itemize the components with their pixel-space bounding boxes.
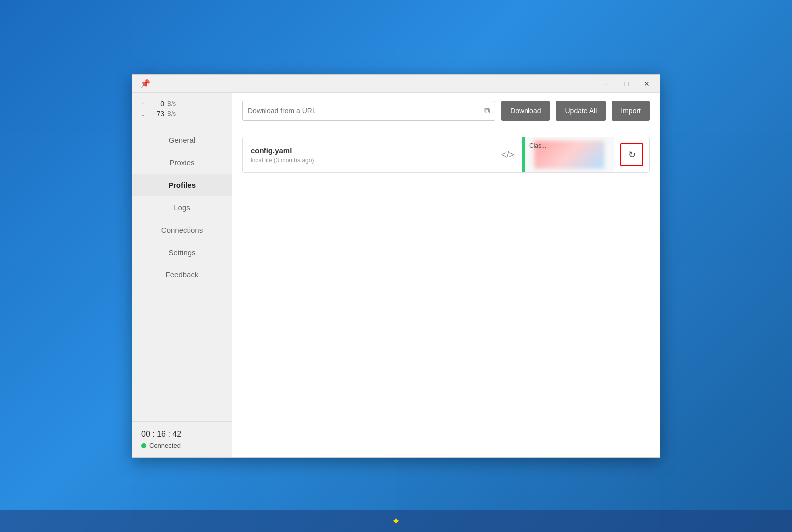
refresh-profile-button[interactable]: ↻: [620, 143, 643, 166]
nav-item-logs[interactable]: Logs: [132, 196, 232, 219]
pin-icon[interactable]: 📌: [136, 79, 150, 88]
download-speed-row: ↓ 73 B/s: [141, 110, 223, 118]
speed-panel: ↑ 0 B/s ↓ 73 B/s: [132, 93, 232, 125]
profile-info: config.yaml local file (3 months ago): [251, 146, 493, 164]
taskbar: ✦: [0, 510, 792, 532]
status-dot-icon: [141, 443, 146, 448]
titlebar: 📌 ─ □ ✕: [132, 75, 660, 93]
profile-card: config.yaml local file (3 months ago) </…: [242, 137, 650, 173]
sidebar-footer: 00 : 16 : 42 Connected: [132, 421, 232, 457]
refresh-btn-area: ↻ 点击更新订阅: [614, 137, 649, 172]
connection-status-label: Connected: [149, 442, 181, 449]
profile-card-left: config.yaml local file (3 months ago) </…: [243, 137, 522, 172]
sidebar: ↑ 0 B/s ↓ 73 B/s General Proxies Profile…: [132, 93, 232, 457]
nav-menu: General Proxies Profiles Logs Connection…: [132, 125, 232, 421]
nav-item-feedback[interactable]: Feedback: [132, 264, 232, 286]
url-input[interactable]: [248, 107, 484, 115]
copy-url-button[interactable]: ⧉: [484, 106, 490, 115]
download-speed-value: 73: [150, 110, 164, 118]
nav-item-settings[interactable]: Settings: [132, 241, 232, 264]
profiles-list: config.yaml local file (3 months ago) </…: [232, 129, 660, 457]
close-button[interactable]: ✕: [638, 77, 656, 91]
upload-arrow-icon: ↑: [141, 100, 147, 108]
profile-card-right: Clas...: [525, 137, 614, 172]
upload-speed-row: ↑ 0 B/s: [141, 100, 223, 108]
nav-item-proxies[interactable]: Proxies: [132, 151, 232, 174]
nav-item-connections[interactable]: Connections: [132, 219, 232, 241]
maximize-button[interactable]: □: [618, 77, 636, 91]
app-window: 📌 ─ □ ✕ ↑ 0 B/s ↓ 73 B/s: [132, 74, 660, 458]
titlebar-controls: ─ □ ✕: [598, 77, 656, 91]
download-speed-unit: B/s: [167, 110, 176, 117]
profile-label-overlay: Clas...: [529, 142, 546, 149]
url-input-wrapper[interactable]: ⧉: [242, 101, 495, 121]
profile-name: config.yaml: [251, 146, 493, 155]
download-arrow-icon: ↓: [141, 110, 147, 118]
main-layout: ↑ 0 B/s ↓ 73 B/s General Proxies Profile…: [132, 93, 660, 457]
minimize-button[interactable]: ─: [598, 77, 616, 91]
time-display: 00 : 16 : 42: [141, 430, 223, 439]
nav-item-profiles[interactable]: Profiles: [132, 174, 232, 196]
profile-meta: local file (3 months ago): [251, 157, 493, 164]
download-button[interactable]: Download: [501, 101, 550, 121]
upload-speed-unit: B/s: [167, 100, 176, 107]
update-all-button[interactable]: Update All: [556, 101, 606, 121]
content-area: ⧉ Download Update All Import config.yaml…: [232, 93, 660, 457]
toolbar: ⧉ Download Update All Import: [232, 93, 660, 129]
connection-status: Connected: [141, 442, 223, 449]
edit-code-button[interactable]: </>: [501, 150, 514, 160]
nav-item-general[interactable]: General: [132, 129, 232, 151]
import-button[interactable]: Import: [612, 101, 650, 121]
taskbar-app-icon[interactable]: ✦: [391, 514, 401, 528]
upload-speed-value: 0: [150, 100, 164, 108]
